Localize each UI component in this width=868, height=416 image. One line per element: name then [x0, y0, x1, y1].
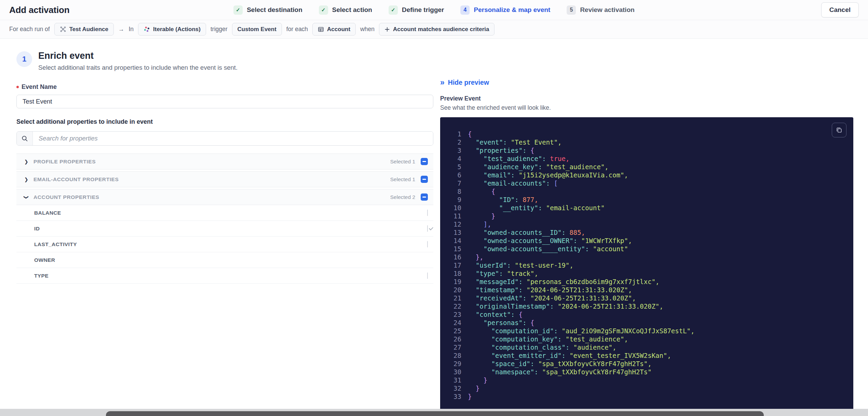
background-window-bar	[106, 411, 764, 416]
code-line: 14 "owned-accounts__OWNER": "1WCWrTXfkp"…	[450, 237, 846, 245]
code-text: "receivedAt": "2024-06-25T21:31:33.020Z"…	[468, 294, 636, 302]
summary-text: For each run of	[9, 26, 50, 33]
code-line: 13 "owned-accounts__ID": 885,	[450, 228, 846, 237]
summary-chip[interactable]: Iterable (Actions)	[138, 23, 206, 36]
chip-label: Account matches audience criteria	[393, 26, 489, 33]
search-icon	[17, 132, 33, 145]
group-checkbox[interactable]	[421, 158, 428, 165]
property-group: ❯PROFILE PROPERTIESSelected 1	[16, 153, 433, 170]
property-label: ID	[34, 226, 40, 232]
code-line: 18 "type": "track",	[450, 269, 846, 278]
selected-count: Selected 2	[390, 194, 415, 200]
code-line: 11 }	[450, 212, 846, 220]
table-icon	[318, 26, 324, 32]
property-row[interactable]: TYPE	[16, 268, 433, 284]
property-label: BALANCE	[34, 210, 61, 216]
line-number: 1	[450, 130, 461, 138]
property-label: LAST_ACTIVITY	[34, 241, 77, 247]
property-checkbox[interactable]	[427, 272, 428, 279]
line-number: 22	[450, 302, 461, 310]
step-number: 5	[567, 5, 576, 15]
cancel-button[interactable]: Cancel	[821, 2, 859, 17]
property-group-header[interactable]: ❯ACCOUNT PROPERTIESSelected 2	[16, 189, 433, 205]
wizard-step[interactable]: ✓Define trigger	[389, 5, 444, 15]
property-group-header[interactable]: ❯PROFILE PROPERTIESSelected 1	[16, 153, 433, 170]
chip-label: Account	[327, 26, 350, 33]
property-row[interactable]: ID	[16, 221, 433, 237]
properties-search-input[interactable]	[33, 132, 433, 145]
code-line: 7 "email-accounts": [	[450, 179, 846, 187]
step-check-icon: ✓	[389, 5, 398, 15]
code-line: 30 "namespace": "spa_tXXbfoyvCkY8rF47ghH…	[450, 368, 846, 376]
hide-preview-button[interactable]: » Hide preview	[440, 79, 489, 86]
summary-chip[interactable]: Custom Event	[232, 23, 282, 36]
event-name-input[interactable]	[16, 95, 433, 108]
json-code: 1{2 "event": "Test Event",3 "properties"…	[450, 130, 846, 401]
code-text: "userId": "test-user-19",	[468, 261, 573, 269]
property-checkbox[interactable]	[427, 241, 428, 247]
code-line: 31 }	[450, 376, 846, 384]
code-line: 6 "email": "j15i2ysedp@k1euxaIVia.com",	[450, 171, 846, 179]
property-checkbox[interactable]	[427, 210, 428, 216]
event-preview-code-block: 1{2 "event": "Test Event",3 "properties"…	[440, 117, 853, 415]
line-number: 12	[450, 220, 461, 228]
wizard-steps: ✓Select destination✓Select action✓Define…	[233, 0, 635, 20]
wizard-step[interactable]: ✓Select destination	[233, 5, 302, 15]
code-text: "context": {	[468, 310, 523, 319]
code-text: "test_audience": true,	[468, 155, 569, 163]
summary-chip[interactable]: Account matches audience criteria	[379, 23, 495, 36]
line-number: 27	[450, 343, 461, 351]
property-checkbox-wrap	[427, 241, 428, 247]
line-number: 2	[450, 138, 461, 146]
step-heading: 1 Enrich event Select additional traits …	[16, 51, 433, 71]
wizard-step[interactable]: 4Personalize & map event	[461, 5, 551, 15]
code-line: 3 "properties": {	[450, 146, 846, 155]
collapse-right-icon: »	[440, 79, 445, 86]
summary-text: for each	[286, 26, 308, 33]
step-label: Define trigger	[402, 6, 444, 14]
line-number: 18	[450, 269, 461, 278]
summary-chip[interactable]: Account	[312, 23, 356, 36]
chevron-right-icon: ❯	[24, 177, 33, 182]
wizard-step[interactable]: ✓Select action	[319, 5, 372, 15]
code-text: "owned-accounts__ID": 885,	[468, 228, 585, 237]
code-text: "email-accounts": [	[468, 179, 558, 187]
summary-chip[interactable]: Test Audience	[54, 23, 114, 36]
code-text: {	[468, 187, 495, 196]
code-text: "namespace": "spa_tXXbfoyvCkY8rF47ghH2Ts…	[468, 368, 652, 376]
code-line: 1{	[450, 130, 846, 138]
page-title: Add activation	[9, 5, 69, 15]
code-line: 5 "audience_key": "test_audience",	[450, 163, 846, 171]
enrich-event-section: 1 Enrich event Select additional traits …	[16, 51, 433, 415]
step-label: Review activation	[580, 6, 634, 14]
group-selection: Selected 1	[390, 158, 428, 165]
code-text: "audience_key": "test_audience",	[468, 163, 609, 171]
code-text: "properties": {	[468, 146, 534, 155]
wizard-step[interactable]: 5Review activation	[567, 5, 634, 15]
code-line: 21 "receivedAt": "2024-06-25T21:31:33.02…	[450, 294, 846, 302]
property-group-header[interactable]: ❯EMAIL-ACCOUNT PROPERTIESSelected 1	[16, 171, 433, 187]
copy-button[interactable]	[832, 123, 846, 137]
line-number: 28	[450, 351, 461, 360]
code-text: "ID": 877,	[468, 196, 538, 204]
code-line: 12 ],	[450, 220, 846, 228]
property-group: ❯ACCOUNT PROPERTIESSelected 2BALANCEIDLA…	[16, 189, 433, 284]
line-number: 25	[450, 327, 461, 335]
iterable-icon	[144, 26, 150, 32]
group-label: ACCOUNT PROPERTIES	[33, 194, 99, 200]
code-line: 32 }	[450, 384, 846, 392]
group-selection: Selected 1	[390, 176, 428, 183]
summary-text: →	[118, 26, 124, 33]
line-number: 14	[450, 237, 461, 245]
property-checkbox[interactable]	[427, 225, 428, 232]
group-checkbox[interactable]	[421, 193, 428, 201]
code-text: }	[468, 212, 495, 220]
line-number: 23	[450, 310, 461, 319]
property-row[interactable]: BALANCE	[16, 205, 433, 221]
property-row[interactable]: LAST_ACTIVITY	[16, 237, 433, 252]
selected-count: Selected 1	[390, 176, 415, 183]
property-row[interactable]: OWNER	[16, 252, 433, 268]
code-line: 10 "__entity": "email-account"	[450, 204, 846, 212]
group-checkbox[interactable]	[421, 176, 428, 183]
line-number: 24	[450, 319, 461, 327]
